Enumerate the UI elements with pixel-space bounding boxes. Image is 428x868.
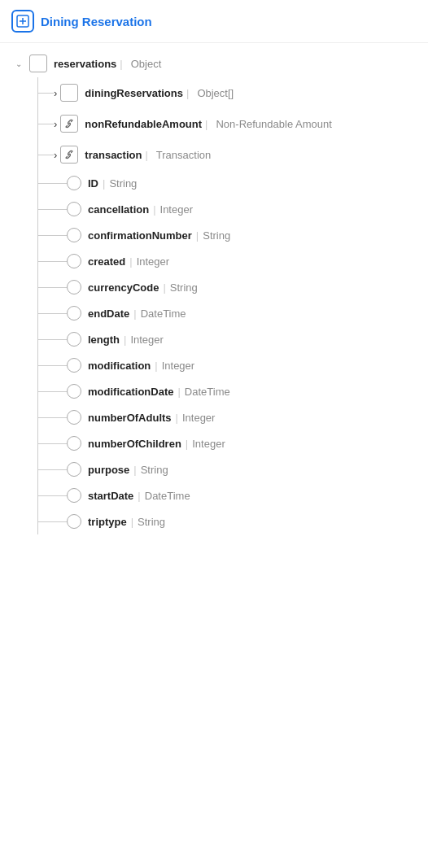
app-container: Dining Reservation ⌄ reservations | Obje… [0,0,428,541]
field-label-created: created [88,255,125,268]
field-circle-icon [67,488,81,503]
tree-item-created: created|Integer [28,248,428,274]
field-type-modification: Integer [162,360,194,372]
field-circle-icon [67,410,81,425]
root-toggle[interactable]: ⌄ [11,56,26,71]
diningReservations-label: diningReservations [85,87,183,99]
root-label: reservations [54,58,116,70]
field-type-numberOfAdults: Integer [182,412,215,424]
tree-item-modificationDate: modificationDate|DateTime [28,378,428,404]
field-type-purpose: String [141,464,168,476]
field-label-currencyCode: currencyCode [88,281,159,294]
field-label-ID: ID [88,177,98,190]
tree-item-length: length|Integer [28,326,428,352]
root-node: ⌄ reservations | Object [0,50,428,77]
field-circle-icon [67,358,81,373]
field-label-confirmationNumber: confirmationNumber [88,229,192,242]
root-type: Object [131,58,162,70]
field-type-confirmationNumber: String [203,229,230,242]
field-type-triptype: String [138,516,165,528]
tree-item-endDate: endDate|DateTime [28,300,428,326]
page-title: Dining Reservation [41,15,152,28]
tree-item-nonRefundableAmount: › nonRefundableAmount | Non-Refundable A… [28,108,428,139]
field-label-numberOfAdults: numberOfAdults [88,412,172,424]
header: Dining Reservation [0,0,428,43]
field-type-numberOfChildren: Integer [192,438,225,450]
field-circle-icon [67,436,81,451]
field-label-startDate: startDate [88,490,133,502]
transaction-icon [60,146,78,164]
field-label-endDate: endDate [88,308,129,320]
field-type-modificationDate: DateTime [185,386,230,398]
tree-item-diningReservations: › diningReservations | Object[] [28,77,428,108]
tree-item-currencyCode: currencyCode|String [28,274,428,300]
field-label-modificationDate: modificationDate [88,386,173,398]
field-type-startDate: DateTime [145,490,190,502]
field-type-cancellation: Integer [160,203,193,216]
field-circle-icon [67,462,81,477]
field-circle-icon [67,254,81,268]
tree-item-startDate: startDate|DateTime [28,482,428,508]
field-label-purpose: purpose [88,464,129,476]
field-type-endDate: DateTime [141,308,186,320]
field-circle-icon [67,202,81,216]
diningReservations-icon [60,84,78,102]
field-type-ID: String [109,177,137,190]
field-label-cancellation: cancellation [88,203,149,216]
field-type-currencyCode: String [170,281,198,294]
tree-item-transaction: › transaction | Transaction [28,139,428,170]
diningReservations-toggle[interactable]: › [54,87,57,99]
field-circle-icon [67,332,81,347]
root-square-icon [29,55,47,72]
field-label-numberOfChildren: numberOfChildren [88,438,181,450]
field-label-modification: modification [88,360,151,372]
tree-item-modification: modification|Integer [28,352,428,378]
transaction-toggle[interactable]: › [54,149,57,161]
tree-item-triptype: triptype|String [28,508,428,534]
field-circle-icon [67,280,81,294]
field-circle-icon [67,176,81,190]
tree-item-cancellation: cancellation|Integer [28,196,428,222]
field-label-length: length [88,334,120,346]
nonRefundableAmount-toggle[interactable]: › [54,118,57,130]
diningReservations-type: Object[] [197,87,234,99]
tree-item-numberOfAdults: numberOfAdults|Integer [28,404,428,430]
field-circle-icon [67,384,81,399]
transaction-type: Transaction [156,149,211,161]
header-icon [11,10,34,33]
field-type-length: Integer [130,334,163,346]
transaction-label: transaction [85,149,142,161]
tree-item-numberOfChildren: numberOfChildren|Integer [28,430,428,456]
tree-item-purpose: purpose|String [28,456,428,482]
schema-tree: ⌄ reservations | Object › diningReservat… [0,43,428,541]
tree-item-ID: ID|String [28,170,428,196]
field-circle-icon [67,228,81,242]
nonRefundableAmount-type: Non-Refundable Amount [216,118,331,130]
tree-item-confirmationNumber: confirmationNumber|String [28,222,428,248]
field-circle-icon [67,514,81,529]
field-label-triptype: triptype [88,516,127,528]
nonRefundableAmount-label: nonRefundableAmount [85,118,202,130]
field-circle-icon [67,306,81,321]
field-type-created: Integer [137,255,169,268]
nonRefundableAmount-icon [60,115,78,133]
